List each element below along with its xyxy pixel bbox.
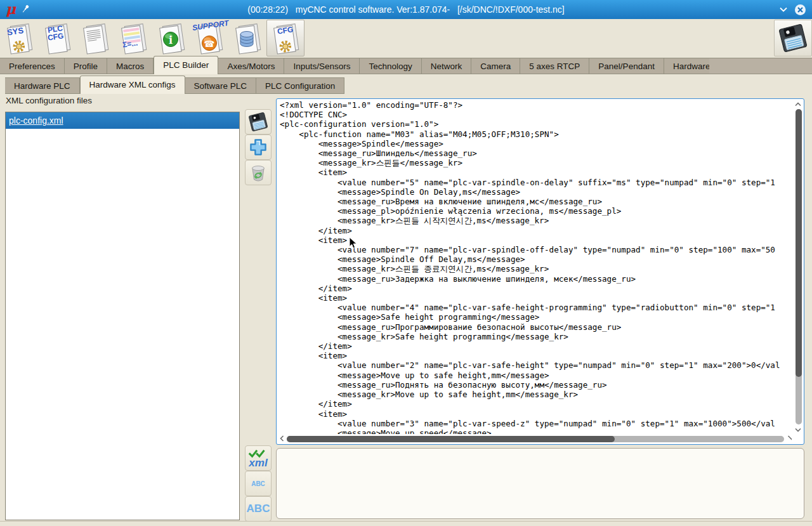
main-tab[interactable]: Network: [422, 58, 472, 74]
code-line: </item>: [280, 341, 793, 351]
sub-tab[interactable]: Software PLC: [185, 77, 256, 94]
code-line: <message_ru>Поднять на безопасную высоту…: [280, 380, 793, 390]
code-line: <message_ru>Программирование безопасной …: [280, 322, 793, 332]
plc-config-button[interactable]: PLC CFG: [38, 20, 76, 56]
chevron-down-icon: [778, 6, 789, 13]
status-strip: [0, 521, 812, 526]
delete-xml-button[interactable]: [245, 160, 272, 185]
main-tab[interactable]: Inputs/Sensors: [284, 58, 360, 74]
code-line: <item>: [280, 293, 793, 303]
sub-tab[interactable]: PLC Configuration: [256, 77, 344, 94]
horizontal-scroll-thumb[interactable]: [287, 436, 615, 442]
xml-file-list[interactable]: plc-config.xml: [5, 112, 240, 520]
code-line: <message>Spindle Off Delay,ms</message>: [280, 254, 793, 264]
code-line: <message_kr>Move up to safe height,mm</m…: [280, 390, 793, 399]
xml-check-icon: xml: [246, 447, 270, 470]
main-tab[interactable]: PLC Builder: [154, 56, 218, 74]
floppy-disk-icon: [777, 22, 809, 54]
log-document-button[interactable]: [76, 20, 114, 56]
abc-large-label: ABC: [247, 503, 270, 515]
horizontal-scrollbar[interactable]: [277, 434, 794, 444]
code-line: <message_pl>opóźnienie włączenia wrzecio…: [280, 206, 793, 216]
font-small-button[interactable]: ABC: [245, 471, 272, 496]
main-tab[interactable]: Preferences: [0, 58, 65, 74]
svg-text:i: i: [169, 34, 173, 46]
info-button[interactable]: i: [152, 20, 190, 56]
main-tab[interactable]: Macros: [107, 58, 154, 74]
plus-icon: [247, 136, 269, 158]
code-line: </item>: [280, 284, 793, 293]
scroll-right-icon[interactable]: [785, 434, 794, 443]
code-line: <message>Safe height programming</messag…: [280, 312, 793, 322]
plc-cfg-document-icon: [39, 20, 75, 56]
sub-tab[interactable]: Hardware PLC: [5, 77, 80, 94]
sys-settings-button[interactable]: SYS: [0, 20, 38, 56]
xml-editor[interactable]: <?xml version="1.0" encoding="UTF-8"?><!…: [276, 98, 804, 445]
save-xml-button[interactable]: [245, 109, 272, 135]
vertical-scroll-thumb[interactable]: [796, 109, 802, 377]
trash-recycle-icon: [248, 162, 268, 183]
code-line: <message_ru>Шпиндель</message_ru>: [280, 148, 793, 158]
main-tab[interactable]: Axes/Motors: [218, 58, 284, 74]
file-list-item[interactable]: plc-config.xml: [6, 112, 239, 129]
main-tab[interactable]: Profile: [65, 58, 107, 74]
info-icon: i: [154, 20, 189, 56]
code-line: </item>: [280, 399, 793, 409]
code-line: <message>Spindle</message>: [280, 139, 793, 148]
message-output-panel[interactable]: [276, 448, 804, 519]
svg-text:xml: xml: [248, 457, 268, 469]
support-button[interactable]: ☎ SUPPORT: [190, 20, 228, 56]
minimize-button[interactable]: [775, 0, 792, 19]
database-icon: [230, 20, 265, 56]
xml-validate-button[interactable]: xml: [245, 445, 272, 471]
scroll-left-icon[interactable]: [277, 434, 286, 443]
code-line: <value number="7" name="plc-var-spindle-…: [280, 245, 793, 254]
xml-editor-text[interactable]: <?xml version="1.0" encoding="UTF-8"?><!…: [280, 100, 793, 434]
cfg-settings-button[interactable]: CFG: [266, 20, 304, 56]
tab-bar-filler: [709, 58, 812, 74]
title-bar: μ (00:28:22) myCNC control software. Ver…: [0, 0, 812, 19]
code-line: <plc-function name="M03" alias="M04;M05;…: [280, 129, 793, 139]
sub-tab[interactable]: Hardware XML configs: [80, 76, 185, 94]
xml-files-label: XML configuration files: [6, 96, 92, 105]
scroll-up-icon[interactable]: [794, 100, 802, 108]
code-line: <item>: [280, 168, 793, 177]
code-line: <message_ru>Время на включение шпинделя,…: [280, 197, 793, 206]
horizontal-scroll-track[interactable]: [287, 436, 784, 442]
macro-wizard-button[interactable]: Σ=...: [114, 20, 152, 56]
code-line: </item>: [280, 226, 793, 235]
vertical-scroll-track[interactable]: [796, 109, 802, 424]
code-line: <plc-configuration version="1.0">: [280, 119, 793, 129]
save-settings-button[interactable]: [774, 20, 812, 56]
main-tab-bar: PreferencesProfileMacrosPLC BuilderAxes/…: [0, 57, 812, 74]
code-line: <!DOCTYPE CNC>: [280, 110, 793, 119]
scroll-down-icon[interactable]: [794, 425, 802, 434]
database-button[interactable]: [228, 20, 266, 56]
code-line: <item>: [280, 235, 793, 245]
vertical-scrollbar[interactable]: [794, 100, 803, 434]
text-document-icon: [77, 20, 113, 56]
code-line: <value number="2" name="plc-var-safe-hei…: [280, 360, 793, 370]
abc-small-label: ABC: [251, 480, 265, 487]
code-line: <message>Spindle On Delay,ms</message>: [280, 187, 793, 197]
add-xml-button[interactable]: [245, 135, 272, 160]
code-line: <message>Move up to safe height,mm</mess…: [280, 371, 793, 380]
font-large-button[interactable]: ABC: [245, 496, 272, 522]
main-tab[interactable]: 5 axes RTCP: [520, 58, 589, 74]
sys-document-gear-icon: [1, 20, 37, 56]
main-tab[interactable]: Camera: [471, 58, 520, 74]
support-phone-icon: ☎: [192, 20, 227, 56]
main-toolbar: SYS PLC CFG: [0, 19, 812, 57]
app-logo: μ: [6, 1, 16, 17]
code-line: <value number="5" name="plc-var-spindle-…: [280, 178, 793, 187]
code-line: <message_kr>스핀들 종료지연시간,ms</message_kr>: [280, 264, 793, 273]
main-tab[interactable]: Panel/Pendant: [589, 58, 664, 74]
main-tab[interactable]: Technology: [360, 58, 421, 74]
window-title: (00:28:22) myCNC control software. Ver:1…: [0, 4, 812, 15]
floppy-disk-icon: [247, 111, 269, 133]
close-button[interactable]: [792, 0, 808, 19]
code-line: <message>Move up speed</message>: [280, 428, 793, 434]
code-line: <message_kr>스핀들 시작지연시간,ms</message_kr>: [280, 216, 793, 225]
cfg-document-gear-icon: [268, 20, 303, 56]
pin-icon[interactable]: [22, 4, 30, 16]
